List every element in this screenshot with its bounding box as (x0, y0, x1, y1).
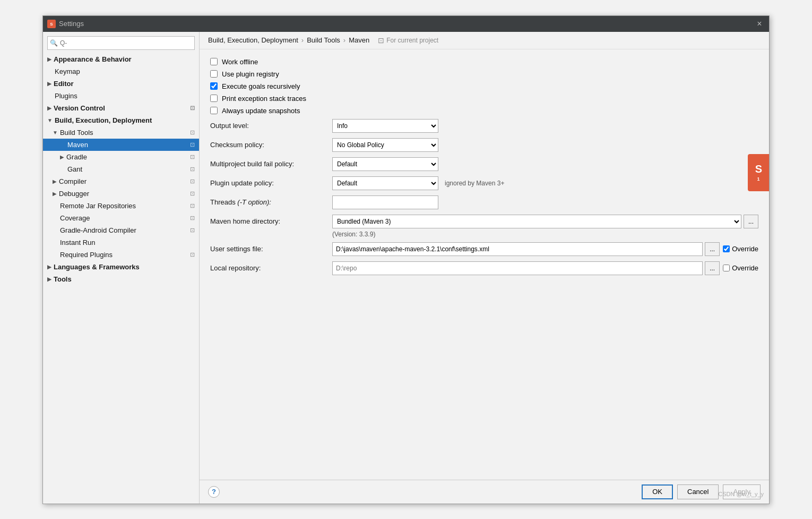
dialog-title: Settings (59, 20, 754, 28)
nav-settings-icon-build-tools: ⊡ (190, 129, 195, 136)
checksum-policy-select[interactable]: FailWarnNo Global Policy (332, 138, 438, 152)
plugin-update-select[interactable]: DefaultForceSuppress (332, 176, 438, 190)
nav-arrow-languages-frameworks: ▶ (47, 264, 51, 270)
multiproject-select[interactable]: DefaultAt EndNeverFail Fast (332, 157, 438, 171)
checkbox-work-offline[interactable] (210, 58, 218, 65)
checksum-policy-label: Checksum policy: (210, 141, 332, 149)
nav-settings-icon-version-control: ⊡ (190, 105, 195, 112)
sidebar-item-label-required-plugins: Required Plugins (60, 251, 113, 259)
output-level-label: Output level: (210, 122, 332, 130)
checkbox-label-work-offline[interactable]: Work offline (222, 58, 258, 66)
sidebar-item-debugger[interactable]: ▶Debugger⊡ (43, 188, 199, 200)
sidebar-item-coverage[interactable]: Coverage⊡ (43, 212, 199, 224)
sidebar-item-compiler[interactable]: ▶Compiler⊡ (43, 175, 199, 188)
breadcrumb-sep2: › (343, 36, 345, 44)
search-box[interactable]: 🔍 (47, 36, 195, 50)
sidebar-item-gradle-android-compiler[interactable]: Gradle-Android Compiler⊡ (43, 224, 199, 236)
sidebar-item-editor[interactable]: ▶Editor (43, 78, 199, 90)
threads-row: Threads (-T option): (210, 195, 758, 209)
user-settings-override-checkbox[interactable] (723, 245, 730, 252)
sidebar-item-maven[interactable]: Maven⊡ (43, 139, 199, 151)
nav-arrow-editor: ▶ (47, 81, 51, 87)
local-repo-override: Override (723, 264, 758, 272)
app-icon: S (47, 20, 56, 28)
sidebar-item-label-coverage: Coverage (60, 214, 90, 222)
sidebar-item-tools[interactable]: ▶Tools (43, 273, 199, 285)
threads-label: Threads (-T option): (210, 198, 332, 206)
threads-suffix: (-T option): (236, 198, 271, 206)
search-input[interactable] (60, 39, 192, 47)
sidebar-item-label-compiler: Compiler (59, 177, 87, 185)
checkbox-row-always-update: Always update snapshots (210, 107, 758, 115)
sidebar-item-build-tools[interactable]: ▼Build Tools⊡ (43, 126, 199, 139)
user-settings-override: Override (723, 245, 758, 253)
close-button[interactable]: × (754, 19, 765, 29)
local-repo-override-checkbox[interactable] (723, 265, 730, 271)
threads-input[interactable] (332, 195, 438, 209)
sidebar-item-label-editor: Editor (54, 80, 74, 88)
local-repo-browse-button[interactable]: ... (705, 261, 720, 275)
sidebar-item-languages-frameworks[interactable]: ▶Languages & Frameworks (43, 261, 199, 273)
plugin-update-label: Plugin update policy: (210, 179, 332, 187)
sidebar-item-label-build-tools: Build Tools (60, 129, 93, 137)
user-settings-override-label[interactable]: Override (732, 245, 758, 253)
nav-arrow-tools: ▶ (47, 276, 51, 282)
breadcrumb-part3: Maven (349, 36, 369, 44)
user-settings-input[interactable] (332, 242, 703, 256)
sidebar-item-version-control[interactable]: ▶Version Control⊡ (43, 102, 199, 114)
cancel-button[interactable]: Cancel (677, 484, 719, 499)
sidebar-item-plugins[interactable]: Plugins (43, 90, 199, 102)
sidebar-item-required-plugins[interactable]: Required Plugins⊡ (43, 249, 199, 261)
nav-arrow-appearance: ▶ (47, 56, 51, 62)
sidebar-item-gant[interactable]: Gant⊡ (43, 163, 199, 175)
sidebar-item-appearance[interactable]: ▶Appearance & Behavior (43, 53, 199, 65)
sidebar-item-build-exec-deploy[interactable]: ▼Build, Execution, Deployment (43, 114, 199, 126)
checkbox-print-exception[interactable] (210, 95, 218, 102)
help-button[interactable]: ? (208, 486, 220, 498)
nav-arrow-version-control: ▶ (47, 105, 51, 111)
sidebar-item-instant-run[interactable]: Instant Run (43, 236, 199, 249)
plugin-update-row: Plugin update policy: DefaultForceSuppre… (210, 176, 758, 190)
breadcrumb: Build, Execution, Deployment › Build Too… (200, 32, 769, 49)
checkbox-label-use-plugin-registry[interactable]: Use plugin registry (222, 70, 279, 78)
maven-home-browse-button[interactable]: ... (744, 215, 758, 228)
nav-tree: ▶Appearance & BehaviorKeymap▶EditorPlugi… (43, 53, 199, 285)
local-repo-row: Local repository: ... Override (210, 261, 758, 275)
sidebar-item-gradle[interactable]: ▶Gradle⊡ (43, 151, 199, 163)
nav-settings-icon-gant: ⊡ (190, 166, 195, 173)
plugin-update-hint: ignored by Maven 3+ (445, 180, 504, 187)
checkbox-always-update[interactable] (210, 107, 218, 114)
sidebar-item-label-gradle-android-compiler: Gradle-Android Compiler (60, 226, 136, 234)
project-icon: ⊡ (378, 36, 384, 45)
nav-settings-icon-compiler: ⊡ (190, 178, 195, 185)
local-repo-input[interactable] (332, 261, 703, 275)
checkbox-row-use-plugin-registry: Use plugin registry (210, 70, 758, 78)
sidebar-item-label-maven: Maven (67, 141, 88, 149)
output-level-select[interactable]: DebugInfoWarningError (332, 119, 438, 133)
sidebar-item-label-languages-frameworks: Languages & Frameworks (54, 263, 140, 271)
checkbox-row-print-exception: Print exception stack traces (210, 95, 758, 103)
breadcrumb-part1: Build, Execution, Deployment (208, 36, 298, 44)
local-repo-override-label[interactable]: Override (732, 264, 758, 272)
sidebar-item-remote-jar-repos[interactable]: Remote Jar Repositories⊡ (43, 200, 199, 212)
maven-home-select[interactable]: Bundled (Maven 3) (332, 215, 741, 228)
ok-button[interactable]: OK (642, 484, 673, 499)
sidebar-item-keymap[interactable]: Keymap (43, 65, 199, 78)
user-settings-label: User settings file: (210, 245, 332, 253)
maven-home-row: Maven home directory: Bundled (Maven 3) … (210, 215, 758, 228)
nav-settings-icon-coverage: ⊡ (190, 215, 195, 222)
sidebar-item-label-appearance: Appearance & Behavior (54, 55, 132, 63)
nav-settings-icon-maven: ⊡ (190, 141, 195, 148)
sidebar-item-label-remote-jar-repos: Remote Jar Repositories (60, 202, 136, 210)
checkbox-label-execute-goals[interactable]: Execute goals recursively (222, 82, 300, 90)
nav-settings-icon-debugger: ⊡ (190, 190, 195, 197)
checkbox-use-plugin-registry[interactable] (210, 70, 218, 78)
checkbox-label-print-exception[interactable]: Print exception stack traces (222, 95, 306, 103)
nav-settings-icon-remote-jar-repos: ⊡ (190, 202, 195, 209)
maven-home-label: Maven home directory: (210, 217, 332, 225)
sidebar-item-label-version-control: Version Control (54, 104, 105, 112)
maven-version: (Version: 3.3.9) (210, 231, 758, 238)
user-settings-browse-button[interactable]: ... (705, 242, 720, 256)
checkbox-label-always-update[interactable]: Always update snapshots (222, 107, 300, 115)
checkbox-execute-goals[interactable] (210, 82, 218, 90)
